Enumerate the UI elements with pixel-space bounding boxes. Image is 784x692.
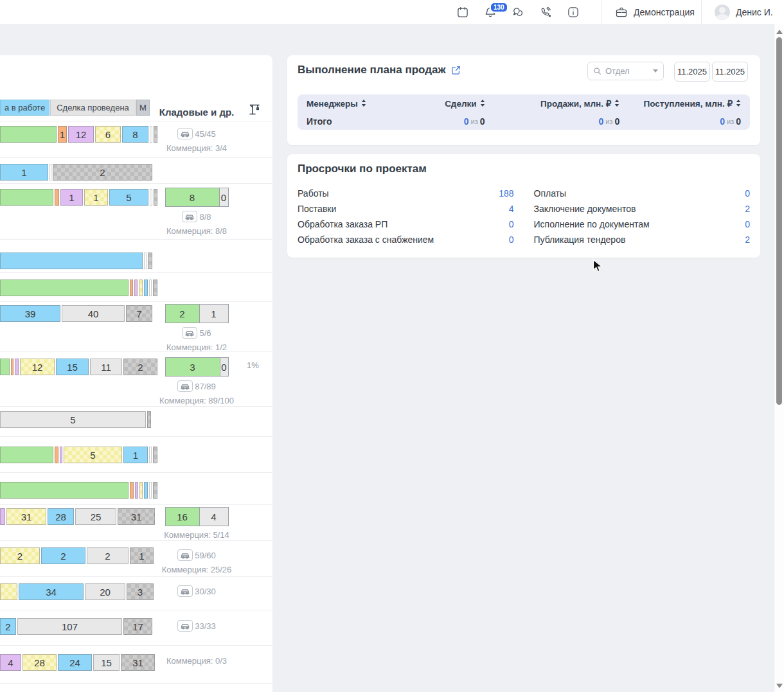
column-header-sales[interactable]: Продажи, млн. ₽ <box>540 98 619 109</box>
scroll-up-arrow[interactable] <box>776 30 783 34</box>
overdue-value[interactable]: 2 <box>745 235 750 245</box>
bar-segment-white[interactable] <box>149 447 152 463</box>
bar-segment-yellow[interactable] <box>0 583 17 600</box>
bar-segment-hatch[interactable] <box>148 253 152 269</box>
workspace-switcher[interactable]: Демонстрация <box>615 0 695 24</box>
bar-segment-orange[interactable] <box>130 279 133 296</box>
bar-segment-purple[interactable] <box>60 447 62 463</box>
legend-m[interactable]: М <box>136 100 150 116</box>
bar-segment-purple[interactable] <box>134 279 138 296</box>
bar-segment-lightgray[interactable]: 40 <box>62 305 125 322</box>
bar-segment-lightgray[interactable]: 5 <box>0 411 146 428</box>
bar-segment-purple[interactable]: 1 <box>60 189 83 206</box>
bar-segment-yellow[interactable]: 5 <box>64 447 122 463</box>
bar-segment-blue[interactable]: 34 <box>19 583 84 600</box>
bar-segment-orange[interactable]: 1 <box>58 126 67 143</box>
department-select[interactable]: Отдел <box>587 62 664 80</box>
storage-box[interactable]: 30 <box>165 357 229 377</box>
bar-segment-lightgray[interactable]: 107 <box>17 618 122 635</box>
date-from-input[interactable]: 11.2025 <box>674 62 710 82</box>
overdue-value[interactable]: 0 <box>745 188 750 199</box>
storage-box[interactable]: 80 <box>165 188 229 207</box>
bar-segment-blue[interactable]: 1 <box>123 447 148 463</box>
bar-segment-yellow[interactable]: 1 <box>84 189 108 206</box>
notifications-bell-icon[interactable]: 130 <box>484 6 497 19</box>
bar-segment-hatch[interactable]: 3 <box>127 583 154 600</box>
bar-segment-hatch[interactable] <box>153 447 157 463</box>
bar-segment-white[interactable] <box>149 279 152 296</box>
bar-segment-yellow[interactable]: 2 <box>0 547 40 564</box>
bar-segment-hatch[interactable] <box>147 411 151 428</box>
storage-box[interactable]: 164 <box>165 507 229 526</box>
bar-segment-hatch[interactable]: 31 <box>121 654 155 671</box>
legend-deal-in-progress[interactable]: а в работе <box>0 100 49 116</box>
external-link-icon[interactable] <box>451 66 461 75</box>
storage-box[interactable]: 21 <box>165 304 229 323</box>
crane-icon[interactable] <box>248 103 261 116</box>
overdue-value[interactable]: 188 <box>499 188 513 199</box>
bar-segment-hatch[interactable] <box>153 279 157 296</box>
bar-segment-orange[interactable] <box>11 359 13 375</box>
overdue-value[interactable]: 0 <box>509 219 514 229</box>
overdue-value[interactable]: 4 <box>509 204 514 214</box>
bar-segment-white[interactable] <box>144 253 147 269</box>
bar-segment-hatch[interactable]: 17 <box>123 618 152 635</box>
bar-segment-orange[interactable] <box>55 189 59 206</box>
bar-segment-blue[interactable]: 8 <box>122 126 148 143</box>
bar-segment-green[interactable] <box>0 189 53 206</box>
bar-segment-yellow[interactable] <box>139 279 143 296</box>
user-menu[interactable]: Денис И. <box>715 0 773 24</box>
bar-segment-yellow[interactable] <box>139 482 143 499</box>
bar-segment-purple[interactable]: 12 <box>68 126 94 143</box>
overdue-value[interactable]: 0 <box>745 219 750 229</box>
column-header-deals[interactable]: Сделки <box>445 99 485 109</box>
info-icon[interactable] <box>567 6 580 19</box>
bar-segment-white[interactable] <box>150 189 152 206</box>
bar-segment-blue[interactable]: 5 <box>109 189 148 206</box>
column-header-managers[interactable]: Менеджеры <box>307 99 366 109</box>
scrollbar-thumb[interactable] <box>776 37 782 405</box>
bar-segment-green[interactable] <box>0 447 53 463</box>
bar-segment-purple[interactable] <box>135 482 138 499</box>
overdue-value[interactable]: 2 <box>745 204 750 214</box>
bar-segment-blue[interactable]: 1 <box>0 164 48 181</box>
bar-segment-yellow[interactable]: 12 <box>20 359 55 375</box>
bar-segment-blue[interactable]: 2 <box>0 618 16 635</box>
bar-segment-purple[interactable] <box>0 508 5 525</box>
bar-segment-hatch[interactable]: 2 <box>123 359 157 375</box>
bar-segment-lightgray[interactable]: 2 <box>87 547 129 564</box>
bar-segment-blue[interactable]: 28 <box>48 508 74 525</box>
bar-segment-green[interactable] <box>0 279 129 296</box>
bar-segment-white[interactable] <box>49 164 51 181</box>
bar-segment-green[interactable] <box>0 126 57 143</box>
bar-segment-orange[interactable] <box>130 482 134 499</box>
overdue-value[interactable]: 0 <box>509 235 514 245</box>
bar-segment-blue[interactable]: 39 <box>0 305 60 322</box>
bar-segment-hatch[interactable]: 31 <box>118 508 155 525</box>
bar-segment-green[interactable] <box>0 482 129 499</box>
legend-deal-done[interactable]: Сделка проведена <box>50 100 136 116</box>
bar-segment-hatch[interactable]: 2 <box>53 164 152 181</box>
bar-segment-blue[interactable]: 2 <box>41 547 85 564</box>
bar-segment-blue[interactable]: 24 <box>58 654 92 671</box>
bar-segment-hatch[interactable]: 1 <box>130 547 154 564</box>
column-header-receipts[interactable]: Поступления, млн. ₽ <box>644 98 741 109</box>
bar-segment-lightgray[interactable]: 15 <box>93 654 120 671</box>
bar-segment-blue[interactable] <box>0 253 143 269</box>
bar-segment-orange[interactable] <box>55 447 58 463</box>
chat-icon[interactable] <box>512 6 524 19</box>
bar-segment-purple[interactable] <box>15 359 19 375</box>
bar-segment-hatch[interactable] <box>153 482 157 499</box>
bar-segment-blue[interactable] <box>144 482 148 499</box>
phone-icon[interactable] <box>539 6 552 19</box>
bar-segment-white[interactable] <box>149 482 152 499</box>
bar-segment-purple[interactable]: 4 <box>0 654 21 671</box>
bar-segment-white[interactable] <box>150 126 152 143</box>
calendar-icon[interactable] <box>456 6 469 19</box>
bar-segment-yellow[interactable]: 6 <box>95 126 121 143</box>
bar-segment-blue[interactable]: 15 <box>56 359 89 375</box>
bar-segment-hatch[interactable]: 7 <box>126 305 152 322</box>
bar-segment-blue[interactable] <box>144 279 148 296</box>
scroll-down-arrow[interactable] <box>776 684 783 688</box>
bar-segment-yellow[interactable]: 28 <box>22 654 57 671</box>
